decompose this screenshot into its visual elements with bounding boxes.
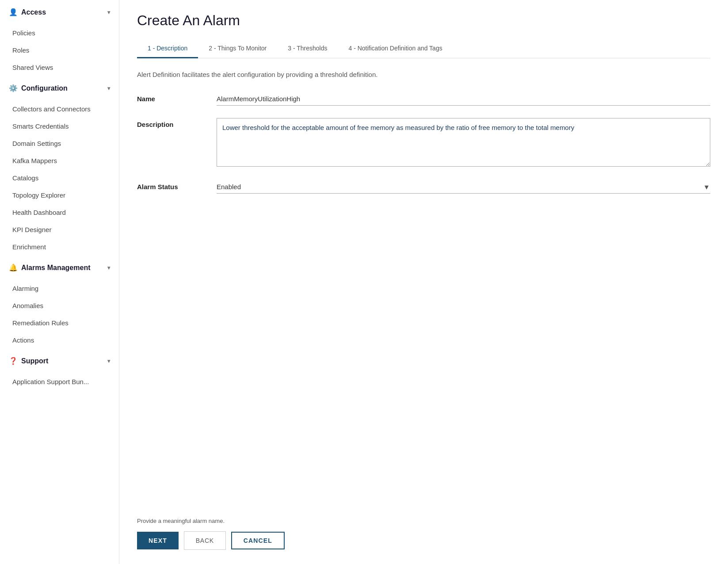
sidebar-item-app-support[interactable]: Application Support Bun...	[0, 373, 119, 390]
sidebar-item-domain-settings[interactable]: Domain Settings	[0, 135, 119, 152]
form-footer: Provide a meaningful alarm name. NEXT BA…	[119, 507, 728, 564]
alarm-status-select-wrap: Enabled Disabled ▾	[217, 180, 710, 194]
alarms-chevron-icon: ▾	[107, 265, 110, 271]
name-field-wrap	[217, 92, 710, 106]
sidebar-item-kpi-designer[interactable]: KPI Designer	[0, 221, 119, 238]
sidebar-item-collectors[interactable]: Collectors and Connectors	[0, 100, 119, 118]
sidebar-section-support-label: Support	[21, 357, 48, 365]
back-button[interactable]: BACK	[184, 531, 226, 550]
alarm-status-row: Alarm Status Enabled Disabled ▾	[137, 180, 710, 194]
sidebar-item-topology-explorer[interactable]: Topology Explorer	[0, 187, 119, 204]
alarm-status-label: Alarm Status	[137, 180, 217, 191]
form-area: Alert Definition facilitates the alert c…	[119, 71, 728, 507]
tab-things-to-monitor[interactable]: 2 - Things To Monitor	[198, 39, 277, 58]
configuration-chevron-icon: ▾	[107, 85, 110, 91]
description-textarea[interactable]: Lower threshold for the acceptable amoun…	[217, 118, 710, 167]
description-row: Description Lower threshold for the acce…	[137, 118, 710, 168]
sidebar-section-configuration-label: Configuration	[21, 84, 68, 92]
helper-text: Alert Definition facilitates the alert c…	[137, 71, 710, 78]
page-header: Create An Alarm 1 - Description 2 - Thin…	[119, 0, 728, 71]
sidebar-section-configuration[interactable]: ⚙️ Configuration ▾	[0, 76, 119, 100]
page-title: Create An Alarm	[137, 12, 710, 29]
name-label: Name	[137, 92, 217, 103]
sidebar-item-smarts-credentials[interactable]: Smarts Credentials	[0, 118, 119, 135]
hint-text: Provide a meaningful alarm name.	[137, 518, 710, 524]
sidebar-item-roles[interactable]: Roles	[0, 42, 119, 59]
description-field-wrap: Lower threshold for the acceptable amoun…	[217, 118, 710, 168]
alarm-status-select[interactable]: Enabled Disabled	[217, 180, 710, 194]
cancel-button[interactable]: CANCEL	[231, 532, 285, 549]
sidebar-section-access-label: Access	[21, 8, 46, 16]
support-chevron-icon: ▾	[107, 358, 110, 364]
name-row: Name	[137, 92, 710, 106]
sidebar-section-support[interactable]: ❓ Support ▾	[0, 349, 119, 373]
sidebar-item-remediation-rules[interactable]: Remediation Rules	[0, 314, 119, 332]
sidebar-item-policies[interactable]: Policies	[0, 24, 119, 42]
sidebar-item-shared-views[interactable]: Shared Views	[0, 59, 119, 76]
main-content: Create An Alarm 1 - Description 2 - Thin…	[119, 0, 728, 564]
tab-description[interactable]: 1 - Description	[137, 39, 198, 58]
description-label: Description	[137, 118, 217, 128]
alarm-status-field-wrap: Enabled Disabled ▾	[217, 180, 710, 194]
sidebar-item-actions[interactable]: Actions	[0, 332, 119, 349]
access-icon: 👤	[9, 8, 18, 16]
support-icon: ❓	[9, 357, 18, 365]
button-row: NEXT BACK CANCEL	[137, 531, 710, 550]
next-button[interactable]: NEXT	[137, 532, 179, 549]
name-input[interactable]	[217, 92, 710, 106]
sidebar-section-alarms-label: Alarms Management	[21, 264, 91, 272]
sidebar-item-enrichment[interactable]: Enrichment	[0, 238, 119, 255]
tab-notification[interactable]: 4 - Notification Definition and Tags	[338, 39, 453, 58]
sidebar-item-alarming[interactable]: Alarming	[0, 280, 119, 297]
tab-thresholds[interactable]: 3 - Thresholds	[277, 39, 338, 58]
sidebar-item-catalogs[interactable]: Catalogs	[0, 169, 119, 187]
tabs-bar: 1 - Description 2 - Things To Monitor 3 …	[137, 39, 710, 58]
sidebar-item-kafka-mappers[interactable]: Kafka Mappers	[0, 152, 119, 169]
sidebar: 👤 Access ▾ Policies Roles Shared Views ⚙…	[0, 0, 119, 564]
alarms-icon: 🔔	[9, 263, 18, 272]
sidebar-item-anomalies[interactable]: Anomalies	[0, 297, 119, 314]
sidebar-item-health-dashboard[interactable]: Health Dashboard	[0, 204, 119, 221]
access-chevron-icon: ▾	[107, 9, 110, 15]
sidebar-section-access[interactable]: 👤 Access ▾	[0, 0, 119, 24]
sidebar-section-alarms[interactable]: 🔔 Alarms Management ▾	[0, 255, 119, 280]
configuration-icon: ⚙️	[9, 84, 18, 92]
